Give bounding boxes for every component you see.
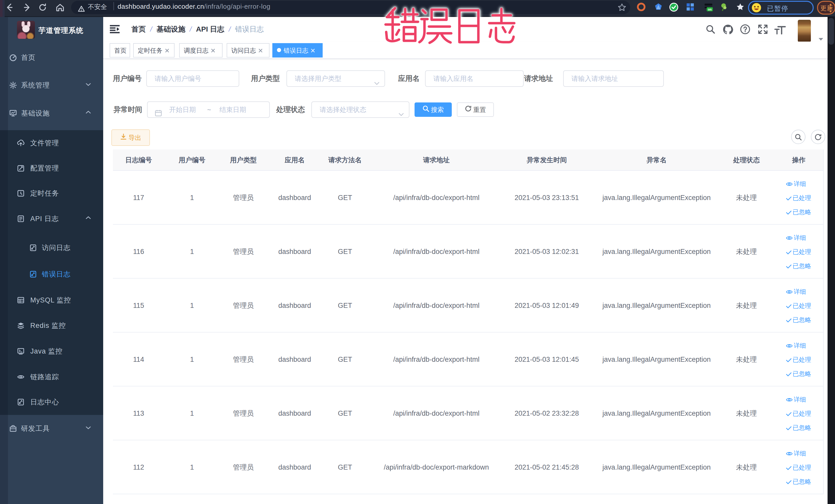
svg-text:on: on <box>708 8 712 11</box>
